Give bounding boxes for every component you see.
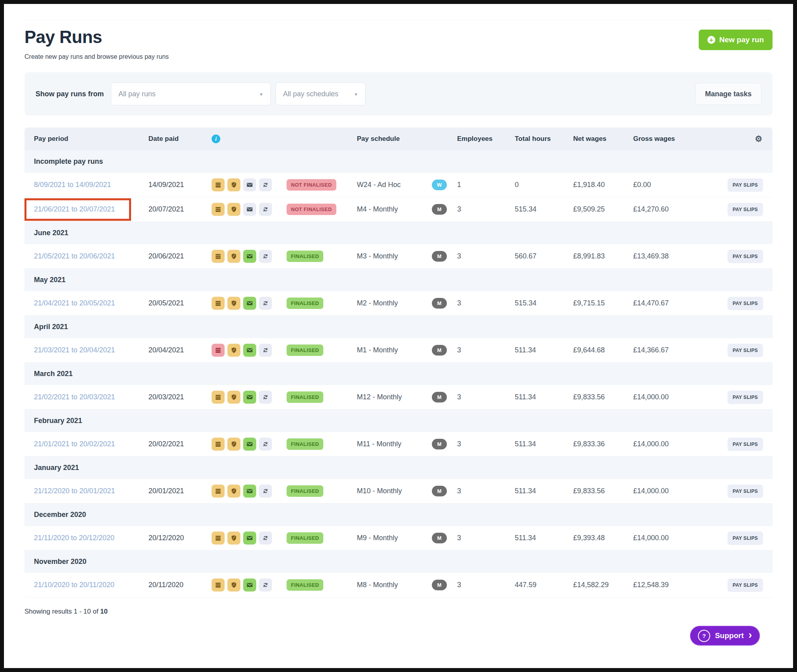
table-row: 21/10/2020 to 20/11/2020 20/11/2020 FINA… <box>24 573 773 597</box>
pay-period-link[interactable]: 21/12/2020 to 20/01/2021 <box>34 487 115 495</box>
pay-slips-button[interactable]: PAY SLIPS <box>728 485 763 498</box>
schedule-frequency-badge: W <box>432 180 447 190</box>
schedule-frequency-badge: M <box>432 439 447 449</box>
shield-icon[interactable] <box>227 438 240 451</box>
support-button[interactable]: Support <box>690 626 760 646</box>
payslip-icon[interactable] <box>212 532 225 545</box>
payslip-icon[interactable] <box>212 250 225 263</box>
envelope-icon[interactable] <box>243 178 256 191</box>
table-row: 21/02/2021 to 20/03/2021 20/03/2021 FINA… <box>24 385 773 410</box>
manage-tasks-button[interactable]: Manage tasks <box>695 83 761 105</box>
status-icons <box>212 391 287 404</box>
pay-period-link[interactable]: 21/02/2021 to 20/03/2021 <box>34 393 115 401</box>
shield-icon[interactable] <box>227 532 240 545</box>
pay-slips-button[interactable]: PAY SLIPS <box>728 250 763 263</box>
refresh-icon[interactable] <box>259 250 272 263</box>
group-header-row: June 2021 <box>24 222 773 244</box>
group-header-row: December 2020 <box>24 504 773 526</box>
pay-slips-button[interactable]: PAY SLIPS <box>728 438 763 451</box>
shield-icon[interactable] <box>227 344 240 357</box>
pay-slips-button[interactable]: PAY SLIPS <box>728 391 763 404</box>
pay-slips-button[interactable]: PAY SLIPS <box>728 344 763 357</box>
refresh-icon[interactable] <box>259 438 272 451</box>
payslip-icon[interactable] <box>212 178 225 191</box>
chevron-down-icon <box>259 91 263 97</box>
date-paid: 20/01/2021 <box>148 487 212 495</box>
refresh-icon[interactable] <box>259 485 272 498</box>
refresh-icon[interactable] <box>259 578 272 592</box>
pay-period-link[interactable]: 21/06/2021 to 20/07/2021 <box>34 205 115 213</box>
refresh-icon[interactable] <box>259 178 272 191</box>
payslip-icon[interactable] <box>212 344 225 357</box>
date-paid: 20/11/2020 <box>148 581 212 589</box>
envelope-icon[interactable] <box>243 344 256 357</box>
payslip-icon[interactable] <box>212 578 225 592</box>
pay-period-link[interactable]: 8/09/2021 to 14/09/2021 <box>34 181 111 189</box>
net-wages: £9,833.56 <box>573 487 633 495</box>
pay-slips-button[interactable]: PAY SLIPS <box>728 203 763 216</box>
shield-icon[interactable] <box>227 485 240 498</box>
pay-slips-button[interactable]: PAY SLIPS <box>728 578 763 592</box>
status-icons <box>212 344 287 357</box>
pay-period-link[interactable]: 21/05/2021 to 20/06/2021 <box>34 252 115 260</box>
pay-schedule: M12 - Monthly <box>357 393 432 401</box>
table-row: 8/09/2021 to 14/09/2021 14/09/2021 NOT F… <box>24 173 773 197</box>
pay-runs-filter-dropdown[interactable]: All pay runs <box>111 82 271 105</box>
table-row: 21/04/2021 to 20/05/2021 20/05/2021 FINA… <box>24 291 773 316</box>
new-pay-run-button[interactable]: New pay run <box>699 30 773 50</box>
pay-period-link[interactable]: 21/04/2021 to 20/05/2021 <box>34 299 115 307</box>
refresh-icon[interactable] <box>259 532 272 545</box>
pay-period-link[interactable]: 21/11/2020 to 20/12/2020 <box>34 534 114 542</box>
date-paid: 20/02/2021 <box>148 440 212 448</box>
group-header-row: March 2021 <box>24 363 773 385</box>
gross-wages: £13,469.38 <box>633 252 699 260</box>
gear-icon[interactable] <box>755 134 763 144</box>
pay-schedule: M3 - Monthly <box>357 252 432 260</box>
support-label: Support <box>715 631 744 640</box>
status-badge: FINALISED <box>287 344 323 356</box>
shield-icon[interactable] <box>227 250 240 263</box>
shield-icon[interactable] <box>227 203 240 216</box>
envelope-icon[interactable] <box>243 532 256 545</box>
refresh-icon[interactable] <box>259 344 272 357</box>
payslip-icon[interactable] <box>212 203 225 216</box>
shield-icon[interactable] <box>227 578 240 592</box>
date-paid: 20/06/2021 <box>148 252 212 260</box>
status-icons <box>212 203 287 216</box>
net-wages: £8,991.83 <box>573 252 633 260</box>
envelope-icon[interactable] <box>243 391 256 404</box>
table-header-row: Pay period Date paid Pay schedule Employ… <box>24 127 773 150</box>
payslip-icon[interactable] <box>212 297 225 310</box>
pay-schedules-filter-dropdown[interactable]: All pay schedules <box>276 82 366 105</box>
refresh-icon[interactable] <box>259 297 272 310</box>
employees-count: 3 <box>457 252 515 260</box>
payslip-icon[interactable] <box>212 485 225 498</box>
pay-slips-button[interactable]: PAY SLIPS <box>728 532 763 545</box>
shield-icon[interactable] <box>227 391 240 404</box>
payslip-icon[interactable] <box>212 391 225 404</box>
shield-icon[interactable] <box>227 178 240 191</box>
pay-slips-button[interactable]: PAY SLIPS <box>728 178 763 192</box>
chevron-down-icon <box>354 91 358 97</box>
total-hours: 0 <box>515 181 573 189</box>
envelope-icon[interactable] <box>243 438 256 451</box>
info-icon[interactable] <box>212 135 220 143</box>
envelope-icon[interactable] <box>243 297 256 310</box>
pay-schedule: M2 - Monthly <box>357 299 432 307</box>
status-badge: FINALISED <box>287 438 323 450</box>
envelope-icon[interactable] <box>243 485 256 498</box>
refresh-icon[interactable] <box>259 391 272 404</box>
pay-runs-table: Pay period Date paid Pay schedule Employ… <box>24 127 773 597</box>
refresh-icon[interactable] <box>259 203 272 216</box>
pay-period-link[interactable]: 21/10/2020 to 20/11/2020 <box>34 581 114 589</box>
pay-slips-button[interactable]: PAY SLIPS <box>728 297 763 310</box>
pay-period-link[interactable]: 21/03/2021 to 20/04/2021 <box>34 346 115 354</box>
shield-icon[interactable] <box>227 297 240 310</box>
envelope-icon[interactable] <box>243 578 256 592</box>
envelope-icon[interactable] <box>243 250 256 263</box>
table-row: 21/06/2021 to 20/07/2021 20/07/2021 NOT … <box>24 197 773 222</box>
page-title: Pay Runs <box>24 27 169 47</box>
payslip-icon[interactable] <box>212 438 225 451</box>
envelope-icon[interactable] <box>243 203 256 216</box>
pay-period-link[interactable]: 21/01/2021 to 20/02/2021 <box>34 440 115 448</box>
